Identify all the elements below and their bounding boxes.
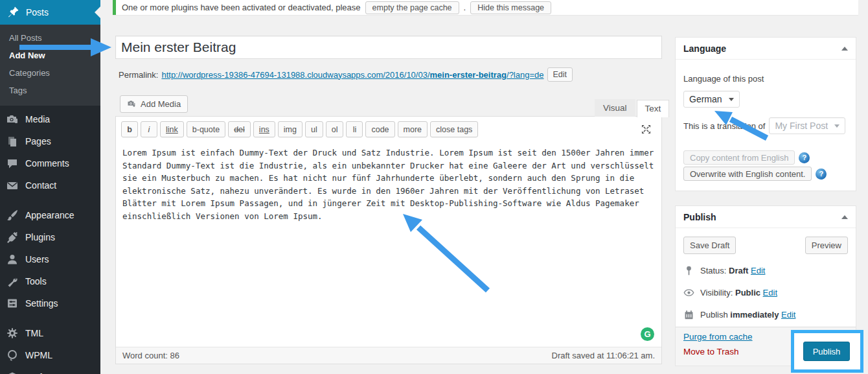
preview-button[interactable]: Preview bbox=[805, 237, 848, 254]
sidebar-item-all-posts[interactable]: All Posts bbox=[0, 29, 100, 47]
empty-page-cache-button[interactable]: empty the page cache bbox=[365, 1, 459, 14]
language-select-value: German bbox=[689, 94, 722, 104]
sidebar-item-comments[interactable]: Comments bbox=[0, 152, 100, 174]
settings-icon bbox=[6, 297, 19, 310]
permalink-url[interactable]: http://wordpress-19386-47694-131988.clou… bbox=[161, 70, 543, 80]
qt-code-button[interactable]: code bbox=[365, 121, 394, 137]
word-count-value: 86 bbox=[170, 351, 179, 360]
status-text: Status: Draft Edit bbox=[700, 266, 765, 275]
pushpin-icon bbox=[6, 6, 19, 19]
wpml-globe-icon bbox=[6, 349, 19, 362]
sidebar-item-wpml[interactable]: WPML bbox=[0, 344, 100, 366]
post-content-textarea[interactable]: Lorem Ipsum ist einfach Dummy-Text der D… bbox=[116, 141, 661, 347]
language-panel-body: Language of this post German This is a t… bbox=[676, 74, 856, 181]
menu-label: Pages bbox=[25, 136, 51, 146]
cube-icon bbox=[6, 371, 19, 374]
save-draft-button[interactable]: Save Draft bbox=[683, 237, 736, 254]
plug-icon bbox=[6, 231, 19, 244]
status-label: Status: bbox=[700, 266, 726, 275]
help-icon[interactable]: ? bbox=[799, 152, 810, 163]
sidebar-item-tags[interactable]: Tags bbox=[0, 82, 100, 99]
publish-button[interactable]: Publish bbox=[803, 342, 850, 361]
qt-ol-button[interactable]: ol bbox=[326, 121, 344, 137]
qt-img-button[interactable]: img bbox=[278, 121, 303, 137]
schedule-edit-link[interactable]: Edit bbox=[781, 310, 795, 320]
permalink-row: Permalink: http://wordpress-19386-47694-… bbox=[119, 67, 663, 82]
sidebar-item-contact[interactable]: Contact bbox=[0, 174, 100, 196]
status-pin-icon bbox=[683, 265, 694, 276]
overwrite-content-row: Overwrite with English content. ? bbox=[683, 167, 848, 181]
sidebar-item-tools[interactable]: Tools bbox=[0, 270, 100, 292]
translation-of-value: My First Post bbox=[775, 121, 828, 131]
permalink-url-slug: mein-erster-beitrag bbox=[430, 70, 507, 80]
visibility-text: Visibility: Public Edit bbox=[700, 288, 777, 298]
language-panel-header[interactable]: Language bbox=[676, 38, 856, 60]
qt-del-button[interactable]: del bbox=[228, 121, 251, 137]
draft-saved-status: Draft saved at 11:06:21 am. bbox=[552, 351, 655, 360]
language-of-post-label: Language of this post bbox=[683, 74, 848, 84]
schedule-text: Publish immediately Edit bbox=[700, 310, 795, 320]
schedule-value: immediately bbox=[730, 310, 779, 320]
collapse-toggle-icon[interactable] bbox=[841, 47, 848, 51]
sidebar-item-media[interactable]: Media bbox=[0, 108, 100, 130]
visibility-row: Visibility: Public Edit bbox=[683, 287, 848, 298]
sidebar-item-categories[interactable]: Categories bbox=[0, 64, 100, 82]
media-icon bbox=[6, 113, 19, 126]
add-media-icon bbox=[127, 99, 137, 109]
overwrite-content-button[interactable]: Overwrite with English content. bbox=[683, 167, 812, 181]
language-select[interactable]: German bbox=[683, 91, 740, 108]
fullscreen-expand-icon[interactable] bbox=[641, 124, 651, 134]
sidebar-item-add-new[interactable]: Add New bbox=[0, 47, 100, 64]
status-edit-link[interactable]: Edit bbox=[751, 266, 765, 275]
main-menu: Media Pages Comments Contact Appearance bbox=[0, 108, 100, 374]
permalink-edit-button[interactable]: Edit bbox=[547, 67, 573, 82]
sidebar-item-performance[interactable]: Performance bbox=[0, 366, 100, 374]
schedule-label: Publish bbox=[700, 310, 728, 320]
sidebar-item-tml[interactable]: TML bbox=[0, 322, 100, 344]
publish-panel-header[interactable]: Publish bbox=[676, 206, 856, 228]
qt-blockquote-button[interactable]: b-quote bbox=[187, 121, 225, 137]
sidebar-item-settings[interactable]: Settings bbox=[0, 292, 100, 314]
qt-more-button[interactable]: more bbox=[398, 121, 428, 137]
sidebar-item-posts[interactable]: Posts bbox=[0, 0, 100, 25]
visibility-edit-link[interactable]: Edit bbox=[763, 288, 777, 298]
copy-content-button[interactable]: Copy content from English bbox=[683, 150, 795, 165]
add-media-button[interactable]: Add Media bbox=[120, 95, 188, 113]
menu-label: Plugins bbox=[25, 232, 55, 242]
qt-close-tags-button[interactable]: close tags bbox=[430, 121, 478, 137]
qt-ul-button[interactable]: ul bbox=[305, 121, 323, 137]
menu-label: Settings bbox=[25, 298, 58, 309]
sidebar-item-pages[interactable]: Pages bbox=[0, 130, 100, 152]
translation-of-label: This is a translation of bbox=[683, 121, 765, 131]
wrench-icon bbox=[6, 275, 19, 288]
sidebar-item-plugins[interactable]: Plugins bbox=[0, 226, 100, 248]
qt-ins-button[interactable]: ins bbox=[253, 121, 275, 137]
translation-of-select[interactable]: My First Post bbox=[769, 117, 845, 134]
menu-label: Comments bbox=[25, 158, 69, 169]
publish-actions-row: Save Draft Preview bbox=[683, 237, 848, 254]
qt-italic-button[interactable]: i bbox=[141, 121, 157, 137]
qt-link-button[interactable]: link bbox=[160, 121, 184, 137]
tab-visual[interactable]: Visual bbox=[595, 99, 635, 117]
user-icon bbox=[6, 253, 19, 266]
qt-li-button[interactable]: li bbox=[346, 121, 363, 137]
qt-bold-button[interactable]: b bbox=[121, 121, 138, 137]
status-row: Status: Draft Edit bbox=[683, 265, 848, 276]
grammarly-icon[interactable]: G bbox=[641, 327, 654, 341]
sidebar-item-users[interactable]: Users bbox=[0, 248, 100, 270]
menu-label: TML bbox=[25, 328, 43, 338]
language-panel-title: Language bbox=[683, 43, 726, 54]
word-count: Word count: 86 bbox=[122, 351, 179, 360]
pages-icon bbox=[6, 135, 19, 148]
hide-message-button[interactable]: Hide this message bbox=[470, 1, 551, 14]
sidebar-item-appearance[interactable]: Appearance bbox=[0, 204, 100, 226]
help-icon[interactable]: ? bbox=[816, 169, 827, 180]
tab-text[interactable]: Text bbox=[637, 100, 670, 117]
eye-icon bbox=[683, 287, 694, 298]
collapse-toggle-icon[interactable] bbox=[841, 215, 848, 219]
menu-label: Tools bbox=[25, 276, 47, 286]
post-title-input[interactable] bbox=[115, 36, 662, 59]
word-count-label: Word count: bbox=[122, 351, 168, 360]
language-panel: Language Language of this post German Th… bbox=[675, 37, 856, 191]
menu-label: Appearance bbox=[25, 210, 74, 220]
